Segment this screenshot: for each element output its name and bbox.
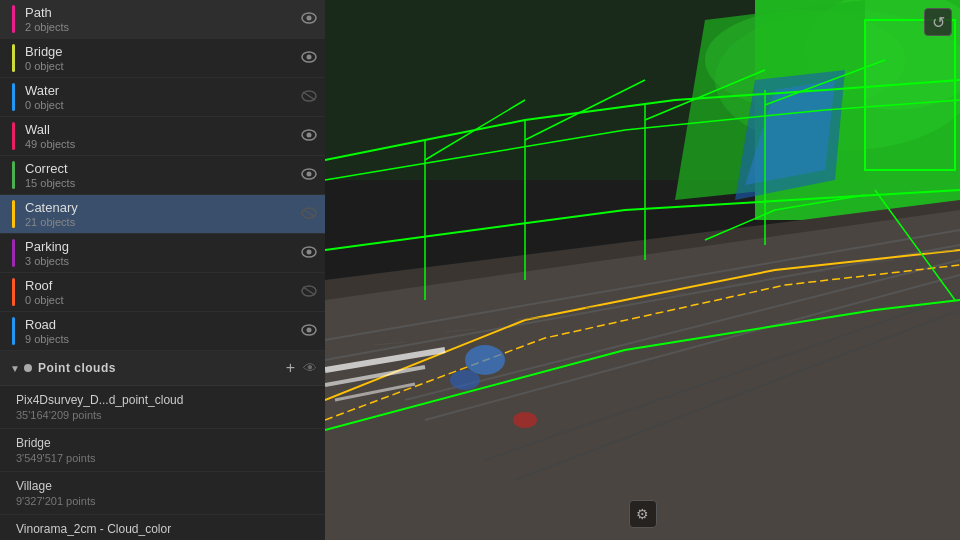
layer-count-catenary: 21 objects — [25, 216, 295, 228]
layer-count-path: 2 objects — [25, 21, 295, 33]
layer-item-road[interactable]: Road9 objects — [0, 312, 325, 351]
layer-color-parking — [12, 239, 15, 267]
svg-point-17 — [307, 328, 312, 333]
layer-count-correct: 15 objects — [25, 177, 295, 189]
layer-visibility-catenary[interactable] — [301, 206, 317, 222]
layer-count-bridge: 0 object — [25, 60, 295, 72]
section-collapse-arrow: ▼ — [10, 363, 20, 374]
layer-color-water — [12, 83, 15, 111]
layer-name-wall: Wall — [25, 122, 295, 137]
layer-info-parking: Parking3 objects — [25, 239, 295, 267]
layer-info-path: Path2 objects — [25, 5, 295, 33]
layer-color-bridge — [12, 44, 15, 72]
layer-info-water: Water0 object — [25, 83, 295, 111]
layer-visibility-water[interactable] — [301, 89, 317, 105]
layer-visibility-wall[interactable] — [301, 128, 317, 144]
layer-name-bridge: Bridge — [25, 44, 295, 59]
layer-color-roof — [12, 278, 15, 306]
layer-color-correct — [12, 161, 15, 189]
pointclouds-section-header[interactable]: ▼ Point clouds + 👁 — [0, 351, 325, 386]
layer-item-bridge[interactable]: Bridge0 object — [0, 39, 325, 78]
svg-line-14 — [303, 287, 315, 295]
pc-points-bridge_pc: 3'549'517 points — [16, 452, 317, 464]
layer-visibility-road[interactable] — [301, 323, 317, 339]
layer-name-catenary: Catenary — [25, 200, 295, 215]
layer-name-water: Water — [25, 83, 295, 98]
add-pointcloud-button[interactable]: + — [286, 359, 295, 377]
layer-item-wall[interactable]: Wall49 objects — [0, 117, 325, 156]
pc-points-pix4d: 35'164'209 points — [16, 409, 317, 421]
svg-point-48 — [513, 412, 537, 428]
layer-info-correct: Correct15 objects — [25, 161, 295, 189]
layer-color-catenary — [12, 200, 15, 228]
undo-button[interactable]: ↺ — [924, 8, 952, 36]
layer-name-roof: Roof — [25, 278, 295, 293]
pc-name-village_pc: Village — [16, 479, 317, 493]
pc-name-pix4d: Pix4Dsurvey_D...d_point_cloud — [16, 393, 317, 407]
svg-point-13 — [307, 250, 312, 255]
sidebar: Path2 objectsBridge0 objectWater0 object… — [0, 0, 325, 540]
layer-info-roof: Roof0 object — [25, 278, 295, 306]
layer-info-bridge: Bridge0 object — [25, 44, 295, 72]
layer-item-catenary[interactable]: Catenary21 objects — [0, 195, 325, 234]
svg-line-10 — [303, 209, 315, 217]
layer-name-road: Road — [25, 317, 295, 332]
svg-point-3 — [307, 55, 312, 60]
svg-line-4 — [303, 92, 315, 100]
scene-svg — [325, 0, 960, 540]
layer-visibility-correct[interactable] — [301, 167, 317, 183]
layer-info-road: Road9 objects — [25, 317, 295, 345]
layer-name-parking: Parking — [25, 239, 295, 254]
svg-point-7 — [307, 133, 312, 138]
pc-item-bridge_pc[interactable]: Bridge3'549'517 points — [0, 429, 325, 472]
svg-point-47 — [450, 370, 480, 390]
pc-item-village_pc[interactable]: Village9'327'201 points — [0, 472, 325, 515]
svg-point-1 — [307, 16, 312, 21]
pc-points-village_pc: 9'327'201 points — [16, 495, 317, 507]
pc-name-vinorama_pc: Vinorama_2cm - Cloud_color — [16, 522, 317, 536]
layer-count-road: 9 objects — [25, 333, 295, 345]
layer-count-water: 0 object — [25, 99, 295, 111]
layer-color-road — [12, 317, 15, 345]
layer-color-path — [12, 5, 15, 33]
pc-item-vinorama_pc[interactable]: Vinorama_2cm - Cloud_color3'549'517 poin… — [0, 515, 325, 540]
layer-info-catenary: Catenary21 objects — [25, 200, 295, 228]
layer-visibility-roof[interactable] — [301, 284, 317, 300]
layer-count-roof: 0 object — [25, 294, 295, 306]
settings-button[interactable]: ⚙ — [629, 500, 657, 528]
pc-name-bridge_pc: Bridge — [16, 436, 317, 450]
layer-item-parking[interactable]: Parking3 objects — [0, 234, 325, 273]
layer-item-path[interactable]: Path2 objects — [0, 0, 325, 39]
svg-point-46 — [465, 345, 505, 375]
layer-info-wall: Wall49 objects — [25, 122, 295, 150]
3d-scene — [325, 0, 960, 540]
layer-visibility-bridge[interactable] — [301, 50, 317, 66]
layer-visibility-path[interactable] — [301, 11, 317, 27]
layer-color-wall — [12, 122, 15, 150]
section-title-label: Point clouds — [38, 361, 286, 375]
layers-list: Path2 objectsBridge0 objectWater0 object… — [0, 0, 325, 351]
layer-name-path: Path — [25, 5, 295, 20]
section-icon — [24, 364, 32, 372]
layer-item-water[interactable]: Water0 object — [0, 78, 325, 117]
pointclouds-visibility-toggle[interactable]: 👁 — [303, 360, 317, 376]
svg-point-9 — [307, 172, 312, 177]
layer-visibility-parking[interactable] — [301, 245, 317, 261]
layer-name-correct: Correct — [25, 161, 295, 176]
pointclouds-list: Pix4Dsurvey_D...d_point_cloud35'164'209 … — [0, 386, 325, 540]
layer-item-correct[interactable]: Correct15 objects — [0, 156, 325, 195]
layer-item-roof[interactable]: Roof0 object — [0, 273, 325, 312]
viewport[interactable]: ↺ ⚙ — [325, 0, 960, 540]
layer-count-wall: 49 objects — [25, 138, 295, 150]
pc-item-pix4d[interactable]: Pix4Dsurvey_D...d_point_cloud35'164'209 … — [0, 386, 325, 429]
layer-count-parking: 3 objects — [25, 255, 295, 267]
